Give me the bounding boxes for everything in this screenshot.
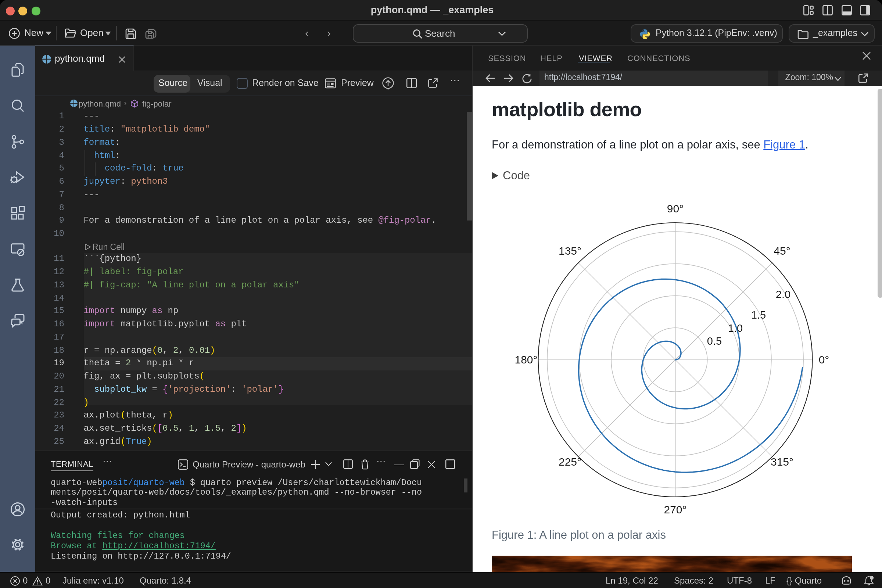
svg-text:270°: 270° [664, 504, 687, 516]
svg-text:225°: 225° [559, 456, 581, 468]
svg-text:1.0: 1.0 [728, 322, 743, 334]
svg-text:315°: 315° [771, 456, 794, 468]
svg-text:45°: 45° [774, 245, 790, 257]
svg-text:2.0: 2.0 [776, 288, 790, 300]
svg-text:180°: 180° [514, 354, 537, 366]
svg-text:0°: 0° [819, 354, 830, 366]
svg-text:135°: 135° [559, 245, 581, 257]
svg-text:90°: 90° [667, 202, 684, 214]
svg-text:0.5: 0.5 [707, 335, 722, 347]
svg-text:1.5: 1.5 [751, 309, 766, 321]
